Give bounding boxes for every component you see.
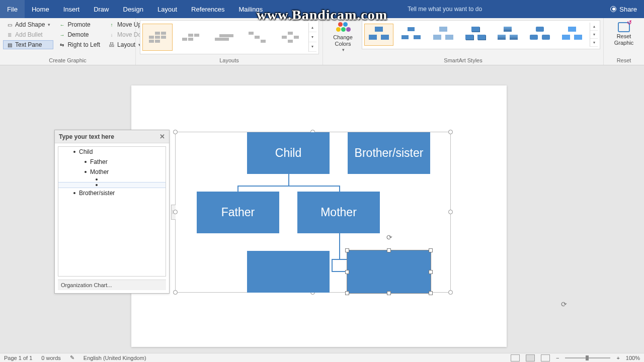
node-mother[interactable]: Mother (297, 192, 380, 233)
text-pane-item[interactable]: Father (58, 157, 166, 167)
group-label-create-graphic: Create Graphic (0, 57, 135, 65)
move-up-icon: ↑ (108, 21, 115, 28)
status-page[interactable]: Page 1 of 1 (4, 355, 32, 361)
style-option-7[interactable] (557, 24, 587, 46)
tab-mailings[interactable]: Mailings (232, 0, 270, 18)
rotate-handle[interactable]: ⟳ (561, 300, 569, 308)
text-pane-body[interactable]: ChildFatherMotherBrother/sister (58, 146, 166, 277)
resize-handle[interactable] (173, 290, 178, 295)
zoom-in[interactable]: + (616, 355, 619, 361)
connector (332, 259, 348, 260)
styles-more[interactable]: ▾ (590, 39, 598, 47)
node-brother-sister[interactable]: Brother/sister (348, 132, 430, 174)
group-reset: Reset Graphic Reset (604, 18, 644, 65)
gallery-more[interactable]: ▾ (309, 42, 316, 52)
change-colors-button[interactable]: Change Colors ▾ (326, 20, 360, 55)
add-shape-button[interactable]: ▭Add Shape▾ (3, 20, 53, 29)
text-pane-item[interactable]: Brother/sister (58, 188, 166, 198)
styles-gallery: ▴ ▾ ▾ (362, 20, 600, 49)
rotate-handle-icon[interactable]: ⟳ (386, 233, 394, 241)
zoom-level[interactable]: 100% (626, 355, 640, 361)
text-pane-icon: ▤ (6, 41, 13, 48)
resize-handle[interactable] (448, 210, 453, 214)
connector (332, 259, 333, 271)
text-pane-button[interactable]: ▤Text Pane (3, 40, 53, 49)
styles-scroll: ▴ ▾ ▾ (590, 23, 598, 47)
style-option-2[interactable] (396, 24, 426, 46)
text-pane-item[interactable]: Child (58, 147, 166, 157)
text-pane-close[interactable]: ✕ (159, 133, 165, 140)
status-words[interactable]: 0 words (41, 355, 61, 361)
move-down-icon: ↓ (108, 31, 115, 38)
resize-handle[interactable] (173, 210, 178, 214)
zoom-out[interactable]: − (556, 355, 559, 361)
style-option-4[interactable] (461, 24, 490, 46)
share-button[interactable]: Share (603, 0, 644, 18)
view-read-mode[interactable] (511, 354, 520, 361)
demote-button[interactable]: →Demote (55, 30, 103, 39)
resize-handle[interactable] (173, 130, 178, 134)
add-shape-icon: ▭ (6, 21, 13, 28)
styles-up[interactable]: ▴ (590, 23, 598, 31)
text-pane-footer[interactable]: Organization Chart... (58, 280, 166, 290)
gallery-up[interactable]: ▴ (309, 23, 316, 32)
tab-draw[interactable]: Draw (87, 0, 116, 18)
rtl-button[interactable]: ⇆Right to Left (55, 40, 103, 49)
style-option-3[interactable] (429, 24, 458, 46)
layout-option-4[interactable] (242, 24, 272, 51)
layout-option-5[interactable] (275, 24, 305, 51)
group-create-graphic: ▭Add Shape▾ ≣Add Bullet ▤Text Pane ←Prom… (0, 18, 136, 65)
reset-icon (618, 22, 630, 32)
node-blank-1[interactable] (247, 251, 330, 293)
menu-bar: File Home Insert Draw Design Layout Refe… (0, 0, 644, 18)
resize-handle[interactable] (448, 290, 453, 295)
text-pane-title: Type your text here (59, 133, 114, 140)
tab-insert[interactable]: Insert (56, 0, 87, 18)
layout-option-3[interactable] (209, 24, 239, 51)
demote-icon: → (58, 31, 65, 38)
change-colors-icon (336, 22, 350, 33)
group-layouts: ▴ ▾ ▾ Layouts (136, 18, 323, 65)
tell-me-visible[interactable]: Tell me what you want to do (408, 0, 482, 18)
gallery-down[interactable]: ▾ (309, 32, 316, 42)
tab-design[interactable]: Design (116, 0, 150, 18)
text-pane-item[interactable] (58, 182, 166, 188)
connector (288, 174, 289, 186)
text-pane-item[interactable] (58, 177, 166, 182)
rtl-icon: ⇆ (58, 41, 65, 48)
status-bar: Page 1 of 1 0 words ✎ English (United Ki… (0, 353, 644, 362)
dropdown-icon: ▾ (342, 47, 345, 53)
style-option-5[interactable] (493, 24, 522, 46)
text-pane-item[interactable]: Mother (58, 167, 166, 177)
style-option-6[interactable] (525, 24, 554, 46)
resize-handle[interactable] (448, 130, 453, 134)
layout-option-1[interactable] (142, 24, 173, 51)
view-web-layout[interactable] (541, 354, 550, 361)
tab-file[interactable]: File (0, 0, 25, 18)
tab-home[interactable]: Home (25, 0, 56, 18)
status-language[interactable]: English (United Kingdom) (84, 355, 146, 361)
gallery-scroll: ▴ ▾ ▾ (308, 23, 316, 52)
spellcheck-icon[interactable]: ✎ (70, 354, 74, 361)
smartart-frame[interactable]: 〉 Child Brother/sister Father Mother ⟳ (175, 132, 451, 293)
group-label-layouts: Layouts (136, 57, 323, 65)
document-canvas[interactable]: 〉 Child Brother/sister Father Mother ⟳ (0, 65, 644, 347)
add-bullet-button: ≣Add Bullet (3, 30, 53, 39)
node-father[interactable]: Father (197, 192, 279, 233)
zoom-slider[interactable] (565, 357, 610, 358)
reset-graphic-button[interactable]: Reset Graphic (607, 20, 641, 48)
node-child[interactable]: Child (247, 132, 330, 174)
view-print-layout[interactable] (526, 354, 535, 361)
dropdown-icon: ▾ (48, 22, 50, 27)
promote-icon: ← (58, 21, 65, 28)
connector (339, 186, 340, 192)
layout-option-2[interactable] (176, 24, 206, 51)
styles-down[interactable]: ▾ (590, 31, 598, 39)
tab-references[interactable]: References (184, 0, 231, 18)
promote-button[interactable]: ←Promote (55, 20, 103, 29)
text-pane[interactable]: Type your text here ✕ ChildFatherMotherB… (54, 130, 170, 294)
node-blank-2-selected[interactable] (347, 250, 431, 294)
style-option-1[interactable] (364, 24, 393, 46)
tab-layout[interactable]: Layout (150, 0, 184, 18)
group-smartart-styles: Change Colors ▾ ▴ ▾ ▾ SmartArt Styles (323, 18, 604, 65)
